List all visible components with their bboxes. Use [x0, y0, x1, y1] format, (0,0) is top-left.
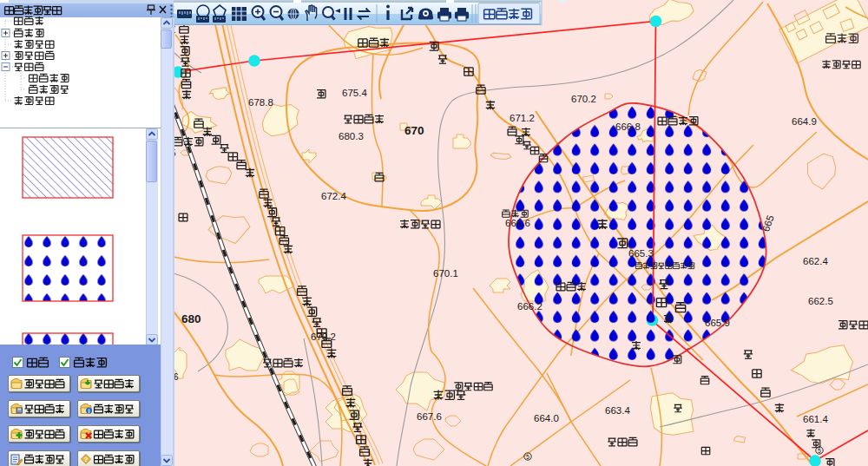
svg-text:?: ?: [84, 456, 89, 463]
